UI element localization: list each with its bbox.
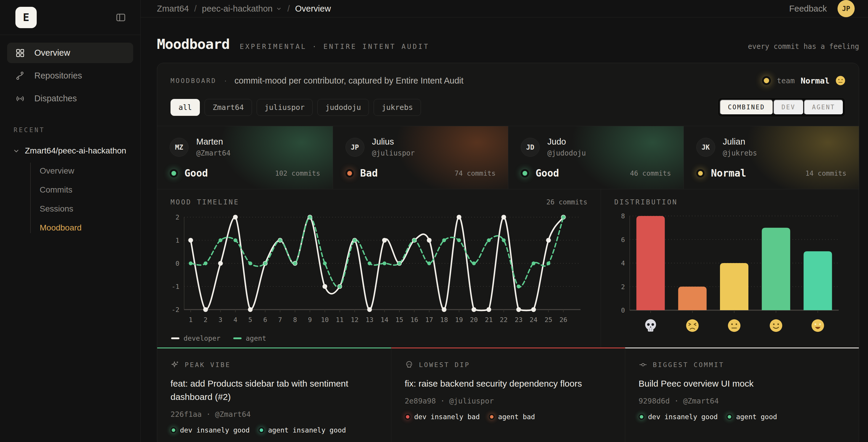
breadcrumb-repo[interactable]: peec-ai-hackathon [202,4,282,13]
contributor-name: Judo [547,137,586,147]
repo-subpage-moodboard[interactable]: Moodboard [40,218,133,237]
team-mood-badge: team Normal [762,76,845,86]
recent-repo-item[interactable]: Zmart64/peec-ai-hackathon [8,146,133,155]
svg-text:2: 2 [621,283,625,291]
repo-subpage-commits[interactable]: Commits [40,180,133,199]
sentiment-badge: agent good [726,413,777,421]
breadcrumb-org[interactable]: Zmart64 [157,4,189,13]
breadcrumb-page[interactable]: Overview [295,4,331,13]
sidebar-collapse-icon[interactable] [116,12,126,23]
avatar: JP [345,138,365,157]
avatar: MZ [169,138,189,157]
chevron-down-icon [276,5,282,12]
page-subtitle: EXPERIMENTAL · ENTIRE INTENT AUDIT [240,43,430,50]
contributor-mood: Good [184,167,208,179]
contributor-handle: @Zmart64 [196,149,230,157]
neutral-face-emoji [835,76,845,86]
svg-text:agent: agent [246,334,266,342]
svg-text:★: ★ [819,321,822,326]
repo-subpage-overview[interactable]: Overview [40,161,133,180]
filter-chip-Zmart64[interactable]: Zmart64 [205,99,252,116]
mode-combined[interactable]: COMBINED [720,99,773,115]
highlight-card-lowest-dip[interactable]: LOWEST DIPfix: raise backend security de… [391,348,625,442]
mode-dev[interactable]: DEV [773,99,804,115]
highlight-card-biggest-commit[interactable]: BIGGEST COMMITBuild Peec overview UI moc… [625,348,859,442]
breadcrumb: Zmart64 / peec-ai-hackathon / Overview [157,4,331,13]
highlight-cards: PEAK VIBEfeat: add Products sidebar tab … [157,348,859,442]
recent-repo-subpages: OverviewCommitsSessionsMoodboard [8,161,133,237]
sidebar-nav: OverviewRepositoriesDispatches [0,35,140,109]
svg-text:23: 23 [515,316,523,324]
svg-text:4: 4 [233,316,237,324]
highlight-label-text: BIGGEST COMMIT [653,361,724,369]
contributor-card-julius[interactable]: JPJulius@juliusporBad74 commits [333,126,508,189]
svg-text:24: 24 [530,316,538,324]
svg-text:19: 19 [455,316,463,324]
svg-text:6: 6 [263,316,267,324]
card-glow [568,126,684,189]
card-glow [217,126,333,189]
git-branch-icon [16,71,26,81]
filter-chip-judodoju[interactable]: judodoju [317,99,369,116]
sentiment-badge: agent bad [489,413,535,421]
sentiment-badge: dev insanely good [170,426,250,434]
timeline-title: MOOD TIMELINE [170,198,239,206]
commit-icon [639,360,647,369]
svg-text:3: 3 [218,316,222,324]
svg-text:17: 17 [426,316,433,324]
svg-text:developer: developer [184,334,221,342]
mood-timeline-panel: MOOD TIMELINE 26 commits 210-1-212345678… [157,189,601,348]
contributor-card-marten[interactable]: MZMarten@Zmart64Good102 commits [157,126,333,189]
contributor-mood: Good [535,167,559,179]
sentiment-badge-text: dev insanely bad [414,413,480,421]
sidebar-item-repositories[interactable]: Repositories [7,65,133,86]
commit-title: fix: raise backend security dependency f… [405,377,612,390]
commit-title: feat: add Products sidebar tab with sent… [170,377,378,404]
highlight-label: PEAK VIBE [170,360,378,369]
main-area: Zmart64 / peec-ai-hackathon / Overview F… [141,0,868,442]
user-avatar[interactable]: JP [838,0,855,17]
svg-text:8: 8 [293,316,297,324]
svg-text:25: 25 [545,316,552,324]
mode-agent[interactable]: AGENT [804,99,843,115]
contributor-commit-count: 102 commits [275,170,320,177]
repo-subpage-sessions[interactable]: Sessions [40,199,133,218]
filter-chip-juliuspor[interactable]: juliuspor [257,99,313,116]
highlight-label-text: PEAK VIBE [185,361,230,369]
contributor-handle: @jukrebs [723,149,757,157]
team-mood-value: Normal [801,76,830,85]
highlight-card-peak-vibe[interactable]: PEAK VIBEfeat: add Products sidebar tab … [157,348,391,442]
commit-meta: 2e89a98 · @juliuspor [405,397,612,405]
sidebar-item-dispatches[interactable]: Dispatches [7,88,133,109]
svg-text:10: 10 [321,316,329,324]
contributor-filter-chips: allZmart64juliusporjudodojujukrebs [170,99,421,116]
contributor-card-judo[interactable]: JDJudo@judodojuGood46 commits [508,126,684,189]
sidebar: E OverviewRepositoriesDispatches RECENT … [0,0,141,442]
avatar: JD [521,138,540,157]
mood-dot [639,414,645,420]
sentiment-badge-text: agent bad [498,413,535,421]
sentiment-badge-text: agent good [736,413,777,421]
svg-text:2: 2 [204,316,208,324]
sidebar-item-overview[interactable]: Overview [7,43,133,63]
svg-text:2: 2 [176,214,179,221]
feedback-button[interactable]: Feedback [789,4,827,13]
highlight-label: BIGGEST COMMIT [639,360,845,369]
app-logo[interactable]: E [16,7,37,28]
svg-text:26: 26 [560,316,567,324]
sidebar-item-label: Dispatches [34,94,77,104]
highlight-label: LOWEST DIP [405,360,612,369]
page-content: Moodboard EXPERIMENTAL · ENTIRE INTENT A… [141,18,868,442]
filter-chip-all[interactable]: all [170,99,200,116]
app-root: E OverviewRepositoriesDispatches RECENT … [0,0,868,442]
contributor-name: Julius [372,137,415,147]
sentiment-badge-text: agent insanely good [268,426,346,434]
topbar: Zmart64 / peec-ai-hackathon / Overview F… [141,0,868,18]
contributor-card-julian[interactable]: JKJulian@jukrebsNormal14 commits [684,126,859,189]
sidebar-recent-section: RECENT Zmart64/peec-ai-hackathon Overvie… [0,109,140,237]
filter-chip-jukrebs[interactable]: jukrebs [374,99,421,116]
contributor-mood: Normal [711,167,746,179]
svg-text:15: 15 [396,316,404,324]
svg-text:11: 11 [336,316,344,324]
contributor-cards: MZMarten@Zmart64Good102 commitsJPJulius@… [157,126,859,189]
